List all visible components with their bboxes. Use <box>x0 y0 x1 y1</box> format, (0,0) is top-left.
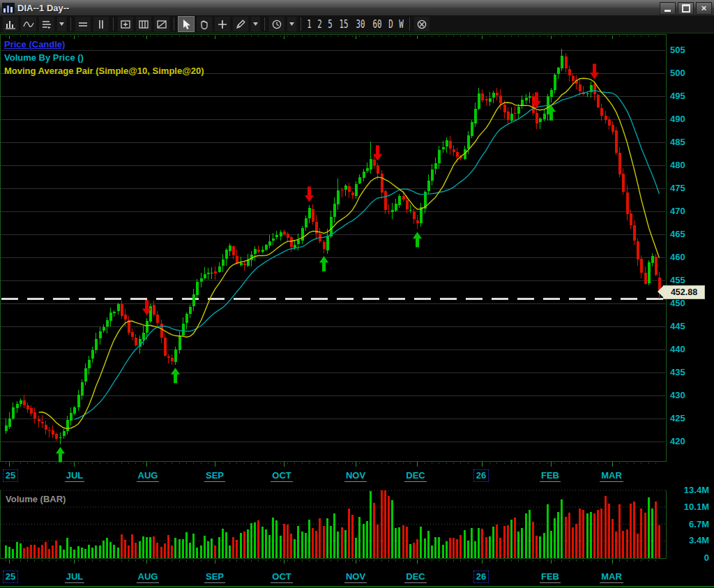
time-axis-year-label: 26 <box>473 571 489 583</box>
toolbar-separator <box>113 17 114 31</box>
clear-button[interactable] <box>413 16 430 32</box>
price-axis-label: 425 <box>670 413 685 423</box>
day-ticks <box>6 36 656 467</box>
timeframe-button-D[interactable]: D <box>387 18 395 31</box>
pointer-button[interactable] <box>178 16 195 32</box>
draw-button[interactable] <box>232 16 249 32</box>
timeframe-button-2[interactable]: 2 <box>316 18 324 31</box>
crosshair-icon <box>217 19 228 30</box>
time-axis-month-label: FEB <box>540 571 561 583</box>
volume-axis-label: 10.1M <box>666 502 709 512</box>
time-axis-month-label: JUL <box>65 571 85 583</box>
toolbar-separator <box>70 17 71 31</box>
pan-button[interactable] <box>196 16 213 32</box>
buy-arrow-icon <box>56 447 65 462</box>
template-button[interactable] <box>38 16 55 32</box>
timeframe-button-60[interactable]: 60 <box>372 18 383 31</box>
time-axis-month-label: OCT <box>271 470 292 482</box>
time-axis-month-label: FEB <box>540 470 561 482</box>
price-axis-label: 435 <box>670 367 685 377</box>
close-button[interactable]: × <box>696 2 712 15</box>
sell-arrow-icon <box>305 187 314 202</box>
ma-slow-line <box>75 91 660 420</box>
volume-pane-label[interactable]: Volume (BAR) <box>6 494 66 504</box>
toolbar-separator <box>409 17 410 31</box>
time-axis-label-wrap: 25 <box>0 570 38 582</box>
time-axis-month-label: AUG <box>137 571 160 583</box>
window-title: DIA--1 Day-- <box>17 3 69 13</box>
timeframe-button-5[interactable]: 5 <box>326 18 334 31</box>
time-dropdown[interactable] <box>287 16 297 32</box>
time-axis-month-label: OCT <box>271 571 292 583</box>
crosshair-button[interactable] <box>214 16 231 32</box>
maximize-button[interactable] <box>678 2 694 15</box>
time-axis-month-label: SEP <box>204 571 225 583</box>
time-axis-label-wrap: SEP <box>187 469 243 481</box>
time-axis-label-wrap: MAR <box>584 570 639 582</box>
timeframe-button-30[interactable]: 30 <box>355 18 367 31</box>
parallel-lines-button[interactable] <box>93 16 109 32</box>
chart-type-button[interactable] <box>2 16 19 32</box>
price-axis-label: 485 <box>670 137 685 147</box>
buy-arrow-icon <box>171 368 180 383</box>
trendline-icon <box>77 19 89 30</box>
time-axis-month-label: SEP <box>204 470 225 482</box>
minimize-button[interactable] <box>660 2 676 15</box>
time-axis-month-label: MAR <box>600 571 623 583</box>
indicator-wave-icon <box>23 19 34 30</box>
time-axis-month-label: NOV <box>344 470 367 482</box>
timeframe-button-1[interactable]: 1 <box>305 18 313 31</box>
draw-dropdown[interactable] <box>250 16 261 32</box>
pencil-icon <box>235 19 246 30</box>
price-axis-label: 500 <box>670 68 685 78</box>
indicator-label-price[interactable]: Price (Candle) <box>4 39 65 50</box>
time-axis-label-wrap: 26 <box>453 570 509 582</box>
sell-arrow-icon <box>590 64 599 80</box>
zoom-box-button[interactable] <box>117 16 134 32</box>
time-axis-label-wrap: FEB <box>522 469 578 481</box>
template-lines-icon <box>41 19 52 30</box>
time-axis-label-wrap: 26 <box>453 469 509 481</box>
titlebar[interactable]: DIA--1 Day-- × <box>0 0 714 15</box>
indicator-label-ma-pair[interactable]: Moving Average Pair (Simple@10, Simple@2… <box>4 66 204 76</box>
pane-config-button[interactable] <box>153 16 170 32</box>
time-axis-month-label: MAR <box>600 470 623 482</box>
time-axis: 25JULAUGSEPOCTNOVDEC26FEBMAR <box>0 462 714 488</box>
chevron-down-icon <box>289 22 295 27</box>
time-axis-label-wrap: NOV <box>328 469 383 481</box>
time-axis-label-wrap: OCT <box>254 469 310 481</box>
chart-type-icon <box>5 19 16 30</box>
clear-icon <box>416 19 427 30</box>
indicator-label-volume-by-price[interactable]: Volume By Price () <box>4 52 84 63</box>
split-pane-button[interactable] <box>135 16 152 32</box>
chart-window: DIA--1 Day-- × <box>0 0 714 588</box>
price-chart[interactable] <box>0 34 667 468</box>
price-axis-label: 470 <box>670 206 685 216</box>
volume-time-axis: 25JULAUGSEPOCTNOVDEC26FEBMAR <box>0 564 714 587</box>
timeframe-button-15[interactable]: 15 <box>337 18 349 31</box>
chart-type-dropdown[interactable] <box>56 16 67 32</box>
time-axis-month-label: DEC <box>404 571 426 583</box>
time-axis-label-wrap: OCT <box>254 570 310 582</box>
hand-icon <box>199 19 210 30</box>
clock-icon <box>271 19 282 30</box>
timeframe-group: 125153060DW <box>304 18 407 31</box>
price-axis-label: 445 <box>670 321 685 331</box>
timeframe-button-W[interactable]: W <box>397 18 405 31</box>
last-price-bubble: 452.88 <box>663 285 705 299</box>
time-button[interactable] <box>268 16 285 32</box>
toolbar-separator <box>174 17 174 31</box>
price-axis-label: 465 <box>670 229 685 239</box>
volume-chart[interactable] <box>0 488 667 566</box>
volume-day-ticks <box>6 559 656 564</box>
indicator-button[interactable] <box>20 16 37 32</box>
time-axis-label-wrap: MAR <box>584 469 639 481</box>
trendline-button[interactable] <box>75 16 91 32</box>
price-gridlines <box>1 50 665 442</box>
window-controls: × <box>660 2 712 15</box>
time-axis-label-wrap: AUG <box>120 469 176 481</box>
time-axis-label-wrap: FEB <box>522 570 578 582</box>
time-axis-month-label: DEC <box>404 470 426 482</box>
pointer-icon <box>181 19 192 30</box>
chart-frame-bottom <box>0 586 714 587</box>
